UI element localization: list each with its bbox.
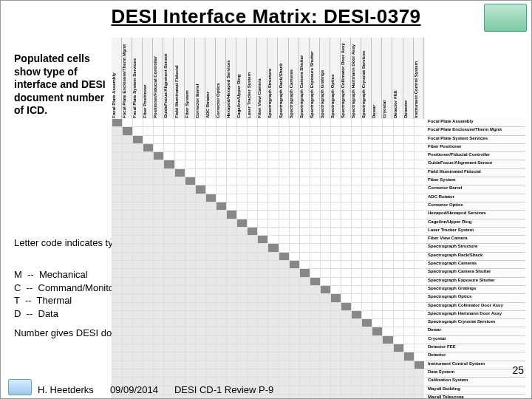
matrix-cell — [361, 344, 372, 352]
matrix-col-header: Positioner/Fiducial Controller — [153, 38, 163, 119]
matrix-cell — [163, 327, 174, 335]
matrix-cell — [403, 202, 414, 211]
matrix-col-header: Corrector Optics — [216, 38, 226, 119]
matrix-cell — [236, 286, 247, 294]
matrix-cell — [174, 228, 185, 236]
matrix-cell — [299, 361, 310, 369]
matrix-cell — [195, 344, 205, 352]
matrix-cell — [289, 152, 299, 160]
matrix-cell — [143, 136, 153, 144]
matrix-cell — [143, 369, 153, 378]
matrix-cell — [195, 144, 205, 152]
matrix-cell — [163, 127, 174, 135]
matrix-cell — [205, 369, 216, 378]
matrix-cell — [153, 160, 163, 168]
matrix-cell — [414, 344, 424, 352]
matrix-cell — [132, 294, 143, 302]
matrix-cell — [289, 177, 299, 185]
matrix-cell — [216, 136, 226, 144]
matrix-cell — [122, 286, 132, 294]
matrix-cell — [112, 278, 122, 286]
matrix-row-label: Spectrograph Camera Shutter — [426, 269, 525, 277]
matrix-cell — [330, 160, 341, 168]
matrix-cell — [414, 160, 424, 168]
matrix-cell — [414, 177, 424, 185]
matrix-cell — [403, 261, 414, 269]
matrix-cell — [289, 236, 299, 244]
matrix-cell — [122, 127, 132, 135]
matrix-cell — [226, 136, 236, 144]
matrix-cell — [299, 269, 310, 277]
matrix-cell — [330, 253, 341, 261]
matrix-cell — [174, 160, 185, 168]
matrix-cell — [132, 319, 143, 327]
matrix-cell — [247, 177, 257, 185]
matrix-cell — [403, 219, 414, 228]
matrix-cell — [320, 327, 330, 335]
matrix-cell — [185, 160, 195, 168]
matrix-cell — [163, 244, 174, 252]
matrix-cell — [267, 202, 278, 211]
matrix-cell — [174, 344, 185, 352]
matrix-row-label: GuideFocus/Alignment Sensor — [426, 160, 525, 168]
matrix-cell — [267, 294, 278, 302]
matrix-cell — [216, 202, 226, 211]
matrix-cell — [205, 127, 216, 135]
matrix-cell — [132, 119, 143, 127]
matrix-cell — [414, 319, 424, 327]
matrix-row-label: Detector FEE — [426, 344, 525, 352]
matrix-cell — [143, 211, 153, 219]
matrix-cell — [226, 177, 236, 185]
matrix-cell — [351, 311, 361, 319]
matrix-cell — [257, 261, 267, 269]
matrix-cell — [153, 319, 163, 327]
matrix-cell — [143, 294, 153, 302]
matrix-col-header: Spectrograph Collimator Door Assy — [341, 38, 351, 119]
matrix-cell — [320, 127, 330, 135]
matrix-cell — [330, 144, 341, 152]
matrix-cell — [163, 303, 174, 311]
matrix-cell — [341, 336, 351, 344]
matrix-cell — [112, 127, 122, 135]
matrix-cell — [361, 219, 372, 228]
matrix-cell — [247, 136, 257, 144]
matrix-cell — [289, 194, 299, 202]
matrix-cell — [267, 219, 278, 228]
matrix-cell — [112, 336, 122, 344]
matrix-cell — [267, 369, 278, 378]
matrix-cell — [393, 311, 403, 319]
matrix-cell — [351, 127, 361, 135]
matrix-cell — [236, 352, 247, 361]
matrix-cell — [163, 236, 174, 244]
matrix-cell — [216, 303, 226, 311]
matrix-cell — [414, 244, 424, 252]
matrix-cell — [393, 286, 403, 294]
matrix-cell — [205, 169, 216, 177]
matrix-cell — [361, 169, 372, 177]
matrix-cell — [226, 311, 236, 319]
matrix-col-header: Spectrograph Exposure Shutter — [310, 38, 320, 119]
matrix-cell — [393, 253, 403, 261]
matrix-cell — [257, 177, 267, 185]
matrix-cell — [132, 269, 143, 277]
matrix-cell — [112, 228, 122, 236]
matrix-cell — [216, 319, 226, 327]
matrix-cell — [174, 244, 185, 252]
matrix-grid — [112, 119, 426, 399]
matrix-cell — [382, 303, 392, 311]
matrix-cell — [320, 269, 330, 277]
matrix-cell — [205, 136, 216, 144]
matrix-cell — [195, 303, 205, 311]
matrix-cell — [153, 286, 163, 294]
matrix-cell — [351, 177, 361, 185]
matrix-cell — [351, 244, 361, 252]
matrix-cell — [185, 319, 195, 327]
matrix-cell — [226, 185, 236, 194]
matrix-cell — [132, 144, 143, 152]
matrix-cell — [226, 211, 236, 219]
matrix-cell — [185, 177, 195, 185]
matrix-cell — [341, 169, 351, 177]
matrix-row-label: Spectrograph Collimator Door Assy — [426, 303, 525, 311]
matrix-cell — [330, 244, 341, 252]
matrix-cell — [320, 303, 330, 311]
